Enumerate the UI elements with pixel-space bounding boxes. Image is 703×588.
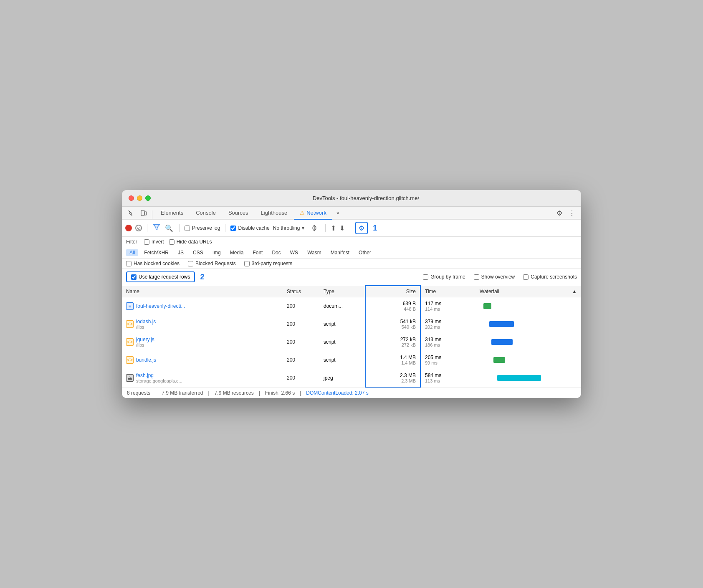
sep-5 [325,224,326,232]
disable-cache-label[interactable]: Disable cache [230,225,269,231]
show-overview-label[interactable]: Show overview [474,274,515,280]
cell-name: ≡ foul-heavenly-directi... [122,297,283,315]
large-rows-checkbox[interactable] [131,274,137,280]
traffic-lights [129,195,151,201]
status-code: 200 [287,339,295,345]
type-btn-other[interactable]: Other [355,249,374,256]
size-sub: 272 kB [370,342,416,347]
row-subdomain: /libs [136,342,154,347]
cell-size: 272 kB 272 kB [365,333,420,351]
table-row[interactable]: <> bundle.js 200 script 1.4 MB 1.4 MB 20… [122,351,581,369]
import-icon[interactable]: ⬆ [331,224,336,232]
row-filename: jquery.js [136,337,154,342]
time-main: 584 ms [425,373,471,378]
disable-cache-checkbox[interactable] [230,226,236,231]
cell-time: 117 ms 114 ms [420,297,475,315]
preserve-log-checkbox[interactable] [185,226,190,231]
header-size[interactable]: Size [365,286,420,297]
inspect-element-icon[interactable] [125,207,137,219]
table-row[interactable]: <> lodash.js /libs 200 script 541 kB 540… [122,315,581,333]
type-btn-wasm[interactable]: Wasm [304,249,325,256]
time-main: 379 ms [425,319,471,324]
network-settings-icon[interactable] [309,222,320,234]
table-header-row: Name Status Type Size Time Waterfall ▲ [122,286,581,297]
capture-screenshots-checkbox[interactable] [523,274,529,280]
type-btn-ws[interactable]: WS [287,249,301,256]
cell-waterfall [475,315,581,333]
tab-console[interactable]: Console [190,207,222,220]
record-button[interactable] [125,225,132,231]
minimize-button[interactable] [137,195,142,201]
type-btn-font[interactable]: Font [249,249,266,256]
filter-row: Filter Invert Hide data URLs [122,237,581,247]
header-time[interactable]: Time [420,286,475,297]
maximize-button[interactable] [145,195,151,201]
header-waterfall[interactable]: Waterfall ▲ [475,286,581,297]
close-button[interactable] [129,195,134,201]
title-bar: DevTools - foul-heavenly-direction.glitc… [122,190,581,207]
tab-network[interactable]: ⚠Network [294,207,332,220]
row-filename: foul-heavenly-directi... [136,303,185,309]
network-toolbar: ⊘ 🔍 Preserve log Disable cache No thrott… [122,220,581,237]
cell-type: jpeg [319,369,365,387]
group-by-frame-checkbox[interactable] [423,274,428,280]
filter-icon[interactable] [152,223,161,233]
cell-time: 584 ms 113 ms [420,369,475,387]
header-name[interactable]: Name [122,286,283,297]
more-menu-icon[interactable]: ⋮ [566,207,578,219]
type-btn-js[interactable]: JS [174,249,187,256]
hide-data-urls-checkbox[interactable] [169,239,174,245]
show-overview-checkbox[interactable] [474,274,479,280]
waterfall-bar-container [480,354,577,366]
capture-screenshots-label[interactable]: Capture screenshots [523,274,577,280]
type-btn-fetchxhr[interactable]: Fetch/XHR [141,249,172,256]
cell-size: 2.3 MB 2.3 MB [365,369,420,387]
large-rows-label[interactable]: Use large request rows [126,271,195,282]
header-type[interactable]: Type [319,286,365,297]
table-row[interactable]: ⛰ fesh.jpg storage.googleapis.c... 200 j… [122,369,581,387]
type-btn-manifest[interactable]: Manifest [327,249,353,256]
header-status[interactable]: Status [283,286,319,297]
time-main: 205 ms [425,355,471,360]
svg-rect-0 [141,210,144,215]
tab-elements[interactable]: Elements [155,207,189,220]
type-btn-all[interactable]: All [126,249,138,256]
waterfall-bar-container [480,336,577,348]
type-btn-css[interactable]: CSS [190,249,207,256]
hide-data-urls-label[interactable]: Hide data URLs [169,239,212,245]
type-btn-media[interactable]: Media [227,249,247,256]
type-btn-img[interactable]: Img [209,249,224,256]
search-icon[interactable]: 🔍 [164,223,174,233]
tab-sources[interactable]: Sources [223,207,254,220]
network-settings-button[interactable]: ⚙ [355,222,368,234]
status-code: 200 [287,357,295,363]
blocked-requests-label[interactable]: Blocked Requests [188,261,236,266]
invert-checkbox[interactable] [144,239,149,245]
size-sub: 2.3 MB [370,378,416,383]
invert-label[interactable]: Invert [144,239,164,245]
clear-button[interactable]: ⊘ [135,225,142,231]
cell-time: 379 ms 202 ms [420,315,475,333]
size-sub: 540 kB [370,324,416,329]
waterfall-bar [497,375,541,381]
third-party-requests-label[interactable]: 3rd-party requests [244,261,292,266]
group-by-frame-label[interactable]: Group by frame [423,274,465,280]
tab-lighthouse[interactable]: Lighthouse [255,207,293,220]
type-btn-doc[interactable]: Doc [268,249,284,256]
third-party-checkbox[interactable] [244,261,250,266]
tab-more[interactable]: » [333,207,343,219]
waterfall-sort-icon[interactable]: ▲ [572,289,577,294]
device-toggle-icon[interactable] [138,207,149,219]
file-icon: ≡ [126,302,134,310]
time-main: 313 ms [425,337,471,342]
settings-icon[interactable]: ⚙ [554,207,565,219]
blocked-requests-checkbox[interactable] [188,261,193,266]
waterfall-bar [493,357,505,363]
table-row[interactable]: <> jquery.js /libs 200 script 272 kB 272… [122,333,581,351]
svg-rect-1 [145,212,147,215]
blocked-cookies-checkbox[interactable] [126,261,131,266]
export-icon[interactable]: ⬇ [339,224,345,232]
preserve-log-label[interactable]: Preserve log [185,225,220,231]
blocked-cookies-label[interactable]: Has blocked cookies [126,261,180,266]
table-row[interactable]: ≡ foul-heavenly-directi... 200 docum... … [122,297,581,315]
